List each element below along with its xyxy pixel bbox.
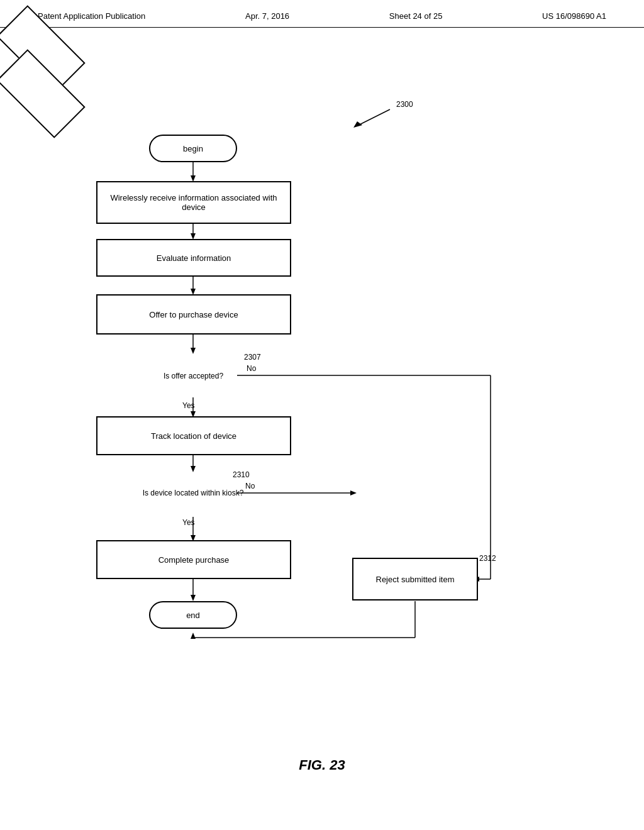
yes-label-2310: Yes (182, 518, 195, 527)
end-node: end (149, 601, 237, 629)
header-patent: US 16/098690 A1 (542, 11, 606, 21)
node-2312: Reject submitted item (352, 558, 478, 600)
header-date: Apr. 7, 2016 (245, 11, 289, 21)
diagram-area: No No 2300 begin 2302 Wirelessly receive… (0, 28, 644, 751)
ref-2312: 2312 (479, 554, 496, 563)
node-2302: Wirelessly receive information associate… (96, 181, 291, 224)
node-2314: Complete purchase (96, 540, 291, 579)
node-2307-label: Is offer accepted? (126, 354, 261, 398)
svg-marker-27 (191, 595, 196, 601)
svg-marker-21 (350, 490, 357, 495)
begin-node: begin (149, 135, 237, 162)
node-2308: Track location of device (96, 416, 291, 455)
node-2304: Evaluate information (96, 239, 291, 277)
ref-2300: 2300 (396, 100, 413, 109)
svg-line-28 (358, 109, 390, 125)
svg-marker-7 (191, 348, 196, 354)
figure-label: FIG. 23 (0, 757, 644, 786)
svg-marker-25 (191, 633, 196, 639)
node-2310-label: Is device located within kiosk? (116, 471, 270, 515)
yes-label-2307: Yes (182, 401, 195, 410)
svg-marker-29 (353, 121, 362, 128)
flowchart-arrows: No No (0, 28, 644, 751)
header-left: Patent Application Publication (38, 11, 145, 21)
page-header: Patent Application Publication Apr. 7, 2… (0, 0, 644, 28)
header-sheet: Sheet 24 of 25 (389, 11, 443, 21)
node-2306: Offer to purchase device (96, 294, 291, 335)
